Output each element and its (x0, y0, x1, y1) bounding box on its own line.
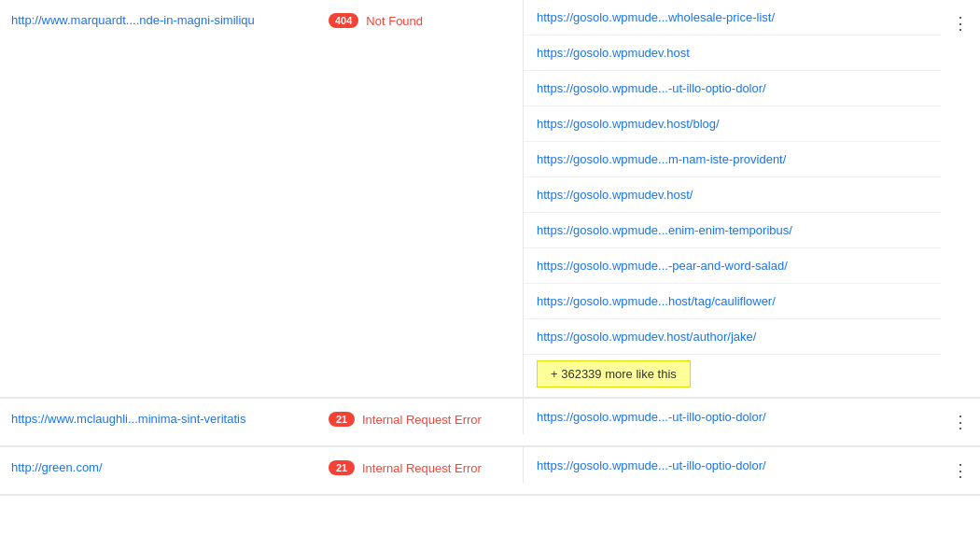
more-actions-button[interactable]: ⋮ (948, 13, 973, 34)
source-url[interactable]: http://green.com/ (11, 460, 103, 474)
more-like-this-badge[interactable]: + 362339 more like this (537, 360, 691, 387)
more-actions-button[interactable]: ⋮ (948, 412, 973, 432)
actions-cell: ⋮ (941, 0, 980, 47)
link-url[interactable]: https://gosolo.wpmude...-ut-illo-optio-d… (537, 81, 766, 95)
link-url[interactable]: https://gosolo.wpmude...-ut-illo-optio-d… (537, 458, 766, 472)
link-item: https://gosolo.wpmudev.host/ (524, 177, 941, 213)
link-item: https://gosolo.wpmudev.host/blog/ (524, 106, 941, 142)
link-url[interactable]: https://gosolo.wpmude...-pear-and-word-s… (537, 259, 788, 273)
link-url[interactable]: https://gosolo.wpmude...-ut-illo-optio-d… (537, 410, 766, 424)
status-cell: 21Internal Request Error (317, 399, 523, 440)
link-item: https://gosolo.wpmude...-ut-illo-optio-d… (524, 447, 941, 483)
link-url[interactable]: https://gosolo.wpmude...host/tag/caulifl… (537, 294, 776, 308)
link-url[interactable]: https://gosolo.wpmude...enim-enim-tempor… (537, 223, 792, 237)
link-url[interactable]: https://gosolo.wpmudev.host/author/jake/ (537, 330, 756, 344)
table-row: http://green.com/21Internal Request Erro… (0, 447, 980, 496)
status-text: Not Found (366, 14, 423, 28)
actions-cell: ⋮ (941, 399, 980, 445)
url-cell: https://www.mclaughli...minima-sint-veri… (0, 399, 317, 439)
link-item: https://gosolo.wpmude...host/tag/caulifl… (524, 284, 941, 319)
status-badge: 21 (329, 412, 355, 427)
link-item: https://gosolo.wpmude...-ut-illo-optio-d… (524, 399, 941, 434)
table-row: https://www.mclaughli...minima-sint-veri… (0, 399, 980, 447)
status-badge: 404 (329, 13, 358, 28)
status-badge: 21 (329, 460, 355, 475)
link-item: https://gosolo.wpmude...-pear-and-word-s… (524, 248, 941, 284)
link-item: https://gosolo.wpmude...wholesale-price-… (524, 0, 941, 35)
link-url[interactable]: https://gosolo.wpmude...wholesale-price-… (537, 10, 775, 24)
status-cell: 21Internal Request Error (317, 447, 523, 488)
link-url[interactable]: https://gosolo.wpmudev.host (537, 46, 690, 60)
status-text: Internal Request Error (362, 461, 482, 475)
more-actions-button[interactable]: ⋮ (948, 460, 973, 481)
source-url[interactable]: http://www.marquardt....nde-in-magni-sim… (11, 13, 255, 27)
link-item: https://gosolo.wpmudev.host/author/jake/ (524, 319, 941, 355)
links-cell: https://gosolo.wpmude...-ut-illo-optio-d… (523, 447, 941, 483)
links-cell: https://gosolo.wpmude...-ut-illo-optio-d… (523, 399, 941, 434)
source-url[interactable]: https://www.mclaughli...minima-sint-veri… (11, 412, 245, 426)
link-item: https://gosolo.wpmudev.host (524, 35, 941, 71)
actions-cell: ⋮ (941, 447, 980, 494)
url-cell: http://www.marquardt....nde-in-magni-sim… (0, 0, 317, 40)
results-table: http://www.marquardt....nde-in-magni-sim… (0, 0, 980, 496)
link-item: https://gosolo.wpmude...-ut-illo-optio-d… (524, 71, 941, 106)
status-text: Internal Request Error (362, 413, 482, 427)
status-cell: 404Not Found (317, 0, 523, 41)
url-cell: http://green.com/ (0, 447, 317, 487)
links-cell: https://gosolo.wpmude...wholesale-price-… (523, 0, 941, 397)
link-url[interactable]: https://gosolo.wpmude...m-nam-iste-provi… (537, 152, 786, 166)
link-url[interactable]: https://gosolo.wpmudev.host/blog/ (537, 117, 720, 131)
link-item: https://gosolo.wpmude...enim-enim-tempor… (524, 213, 941, 248)
table-row: http://www.marquardt....nde-in-magni-sim… (0, 0, 980, 399)
link-item: https://gosolo.wpmude...m-nam-iste-provi… (524, 142, 941, 177)
link-url[interactable]: https://gosolo.wpmudev.host/ (537, 188, 693, 202)
